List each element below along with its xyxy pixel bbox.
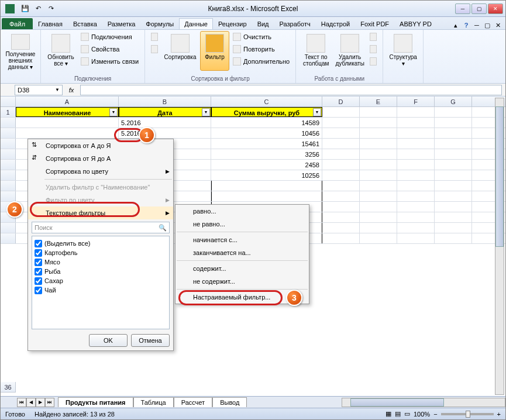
- row-header-36[interactable]: 36: [1, 382, 16, 393]
- help-icon[interactable]: ?: [462, 21, 470, 29]
- cell[interactable]: 15461: [211, 139, 322, 149]
- text-to-columns-button[interactable]: Текст по столбцам: [300, 31, 332, 71]
- header-name[interactable]: Наименование▼: [16, 107, 119, 117]
- not-contains-item[interactable]: не содержит...: [175, 275, 309, 288]
- scrollbar-thumb[interactable]: [495, 106, 504, 247]
- row-header[interactable]: [1, 223, 16, 233]
- col-header-g[interactable]: G: [435, 97, 472, 106]
- checkbox[interactable]: [35, 287, 42, 294]
- not-equals-item[interactable]: не равно...: [175, 218, 309, 230]
- tab-foxit[interactable]: Foxit PDF: [355, 18, 394, 29]
- sheet-tab-1[interactable]: Таблица: [133, 397, 174, 407]
- filter-dropdown-a[interactable]: ▼: [109, 108, 118, 116]
- row-header[interactable]: [1, 149, 16, 159]
- filter-dropdown-c[interactable]: ▼: [313, 108, 321, 116]
- scrollbar-thumb[interactable]: [350, 398, 444, 407]
- minimize-button[interactable]: ─: [455, 4, 470, 14]
- undo-icon[interactable]: ↶: [32, 3, 44, 15]
- col-header-b[interactable]: B: [119, 97, 211, 106]
- redo-icon[interactable]: ↷: [45, 3, 57, 15]
- col-header-f[interactable]: F: [397, 97, 435, 106]
- sheet-first-icon[interactable]: ⏮: [17, 398, 26, 407]
- col-header-c[interactable]: C: [211, 97, 322, 106]
- view-layout-icon[interactable]: ▤: [395, 410, 401, 418]
- checkbox[interactable]: [35, 277, 42, 285]
- name-box[interactable]: D38 ▼: [15, 85, 63, 95]
- clear-filter-button[interactable]: Очистить: [230, 31, 292, 43]
- cell[interactable]: 2458: [211, 160, 322, 170]
- cell[interactable]: [16, 118, 119, 128]
- sort-button[interactable]: Сортировка: [161, 31, 199, 71]
- fx-button[interactable]: fx: [66, 85, 77, 95]
- edit-links-button[interactable]: Изменить связи: [78, 56, 141, 67]
- filter-checkbox-item[interactable]: Сахар: [35, 276, 167, 285]
- save-icon[interactable]: 💾: [19, 3, 31, 15]
- get-external-data-button[interactable]: Получение внешних данных ▾: [4, 31, 37, 71]
- sheet-tab-3[interactable]: Вывод: [212, 397, 247, 407]
- zoom-in-button[interactable]: +: [497, 411, 501, 418]
- row-header[interactable]: [1, 128, 16, 138]
- tab-view[interactable]: Вид: [252, 18, 274, 29]
- vertical-scrollbar[interactable]: [495, 98, 504, 395]
- col-header-d[interactable]: D: [322, 97, 360, 106]
- row-header[interactable]: [1, 170, 16, 180]
- begins-with-item[interactable]: начинается с...: [175, 233, 309, 246]
- close-button[interactable]: ✕: [488, 4, 503, 14]
- col-header-a[interactable]: A: [16, 97, 119, 106]
- cell[interactable]: 3256: [211, 149, 322, 159]
- sheet-next-icon[interactable]: ▶: [36, 398, 45, 407]
- row-header[interactable]: [1, 191, 16, 201]
- cancel-button[interactable]: Отмена: [131, 334, 170, 347]
- slider-thumb[interactable]: [466, 411, 470, 418]
- tab-review[interactable]: Рецензир: [213, 18, 252, 29]
- minimize-ribbon-icon[interactable]: ▴: [452, 21, 460, 29]
- sheet-prev-icon[interactable]: ◀: [26, 398, 36, 407]
- tab-developer[interactable]: Разработч: [274, 18, 316, 29]
- chevron-down-icon[interactable]: ▼: [55, 87, 60, 92]
- cell[interactable]: 10256: [211, 170, 322, 180]
- row-header-1[interactable]: 1: [1, 107, 16, 117]
- properties-button[interactable]: Свойства: [78, 43, 141, 55]
- mdi-restore-icon[interactable]: ▢: [483, 21, 491, 29]
- row-header[interactable]: [1, 181, 16, 191]
- whatif-button[interactable]: [367, 56, 379, 67]
- filter-checkbox-item[interactable]: Картофель: [35, 248, 167, 257]
- horizontal-scrollbar[interactable]: [342, 398, 505, 407]
- remove-duplicates-button[interactable]: Удалить дубликаты: [333, 31, 366, 71]
- zoom-slider[interactable]: [441, 413, 494, 415]
- filter-search-input[interactable]: Поиск🔍: [32, 222, 170, 233]
- row-header[interactable]: [1, 139, 16, 149]
- tab-data[interactable]: Данные: [179, 18, 213, 29]
- consolidate-button[interactable]: [367, 43, 379, 55]
- sheet-last-icon[interactable]: ⏭: [45, 398, 54, 407]
- view-normal-icon[interactable]: ▦: [385, 410, 391, 418]
- filter-dropdown-b[interactable]: ▼: [202, 108, 210, 116]
- mdi-close-icon[interactable]: ✕: [494, 21, 502, 29]
- structure-button[interactable]: Структура ▾: [387, 31, 419, 71]
- cell[interactable]: 5.2016: [119, 118, 211, 128]
- sort-za-button[interactable]: [149, 43, 160, 55]
- tab-addins[interactable]: Надстрой: [316, 18, 355, 29]
- tab-file[interactable]: Файл: [2, 18, 33, 29]
- tab-layout[interactable]: Разметка: [102, 18, 141, 29]
- sort-by-color-item[interactable]: Сортировка по цвету▶: [28, 165, 173, 178]
- ok-button[interactable]: OK: [89, 334, 128, 347]
- checkbox[interactable]: [35, 259, 42, 266]
- formula-input[interactable]: [80, 85, 502, 95]
- equals-item[interactable]: равно...: [175, 205, 309, 218]
- mdi-minimize-icon[interactable]: ─: [473, 21, 481, 29]
- header-revenue[interactable]: Сумма выручки, руб▼: [211, 107, 322, 117]
- advanced-filter-button[interactable]: Дополнительно: [230, 56, 292, 67]
- zoom-level[interactable]: 100%: [414, 411, 430, 418]
- checkbox[interactable]: [35, 249, 42, 257]
- row-header[interactable]: [1, 118, 16, 128]
- cell[interactable]: [16, 128, 119, 138]
- tab-formulas[interactable]: Формулы: [140, 18, 179, 29]
- sort-az-button[interactable]: [149, 31, 160, 43]
- checkbox[interactable]: [35, 240, 42, 247]
- row-header[interactable]: [1, 233, 16, 243]
- filter-checkbox-item[interactable]: Рыба: [35, 267, 167, 276]
- view-pagebreak-icon[interactable]: ▭: [404, 410, 410, 418]
- select-all-corner[interactable]: [1, 97, 16, 106]
- header-date[interactable]: Дата▼: [119, 107, 211, 117]
